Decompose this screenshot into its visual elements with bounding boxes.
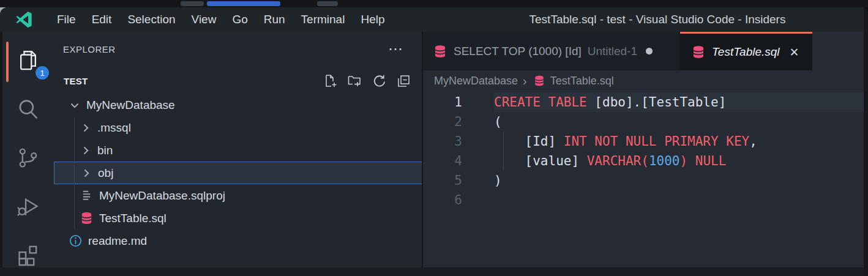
window-title: TestTable.sql - test - Visual Studio Cod… bbox=[465, 7, 850, 32]
activity-bar-search[interactable] bbox=[2, 92, 54, 127]
code-editor[interactable]: 1CREATE TABLE [dbo].[TestTable]2(3 [Id] … bbox=[423, 92, 868, 267]
unsaved-changes-dot bbox=[646, 48, 653, 54]
window-right-edge bbox=[864, 7, 868, 276]
code-token: ( bbox=[494, 114, 502, 129]
titlebar: FileEditSelectionViewGoRunTerminalHelp T… bbox=[0, 7, 868, 32]
background-window-sliver bbox=[0, 0, 868, 7]
background-window-fragment bbox=[317, 1, 338, 6]
workbench: 1 EXPLORER ⋯ TEST MyNewDatabase.mssqlbin… bbox=[0, 32, 868, 267]
code-token: ) bbox=[494, 173, 502, 188]
tree-item-mssql[interactable]: .mssql bbox=[54, 116, 422, 139]
tree-item-mynewdatabase-sqlproj[interactable]: MyNewDatabase.sqlproj bbox=[54, 184, 422, 207]
tree-item-label: obj bbox=[98, 166, 113, 180]
code-line-6[interactable]: 6 bbox=[423, 190, 868, 210]
close-tab-icon[interactable]: ✕ bbox=[790, 47, 799, 58]
line-number: 2 bbox=[423, 112, 472, 132]
code-token: ) NULL bbox=[679, 154, 726, 168]
tree-item-bin[interactable]: bin bbox=[54, 139, 422, 162]
background-window-fragment bbox=[207, 1, 280, 6]
new-file-button[interactable] bbox=[321, 72, 339, 90]
file-tree: MyNewDatabase.mssqlbinobjMyNewDatabase.s… bbox=[54, 94, 422, 252]
activity-bar-extensions[interactable] bbox=[2, 237, 54, 272]
code-line-5[interactable]: 5) bbox=[423, 171, 868, 190]
code-line-text: [Id] INT NOT NULL PRIMARY KEY, bbox=[494, 132, 757, 151]
code-token: 1000 bbox=[649, 154, 680, 168]
tree-item-readme-md[interactable]: readme.md bbox=[54, 229, 422, 252]
new-folder-icon bbox=[347, 73, 362, 88]
refresh-button[interactable] bbox=[370, 72, 388, 90]
tree-item-label: TestTable.sql bbox=[99, 212, 166, 225]
sidebar-more-actions-button[interactable]: ⋯ bbox=[388, 38, 403, 60]
menu-item-edit[interactable]: Edit bbox=[84, 7, 120, 32]
tab-title: SELECT TOP (1000) [Id] bbox=[454, 45, 582, 58]
code-line-2[interactable]: 2( bbox=[423, 112, 868, 132]
sidebar-header: EXPLORER ⋯ bbox=[54, 38, 422, 60]
line-number: 3 bbox=[423, 132, 472, 151]
menu-item-file[interactable]: File bbox=[49, 7, 84, 32]
explorer-badge: 1 bbox=[36, 66, 49, 80]
menu-item-selection[interactable]: Selection bbox=[119, 7, 183, 32]
code-token: , bbox=[749, 134, 757, 149]
code-token: VARCHAR( bbox=[579, 154, 649, 168]
info-icon bbox=[69, 234, 83, 248]
search-icon bbox=[15, 97, 41, 122]
vscode-window: FileEditSelectionViewGoRunTerminalHelp T… bbox=[0, 7, 868, 276]
code-token: [value] bbox=[494, 154, 579, 168]
activity-bar-run-debug[interactable] bbox=[2, 189, 54, 223]
code-line-text: CREATE TABLE [dbo].[TestTable] bbox=[494, 92, 868, 112]
line-number: 4 bbox=[423, 151, 472, 171]
code-token: CREATE TABLE bbox=[494, 95, 587, 110]
collapse-all-icon bbox=[396, 73, 411, 88]
breadcrumb-file[interactable]: TestTable.sql bbox=[550, 75, 614, 88]
editor-group: SELECT TOP (1000) [Id]Untitled-1TestTabl… bbox=[423, 32, 868, 267]
activity-bar-source-control[interactable] bbox=[2, 141, 54, 175]
workspace-section-header[interactable]: TEST bbox=[54, 70, 422, 92]
activity-bar: 1 bbox=[2, 32, 54, 267]
database-icon bbox=[80, 211, 94, 225]
menu-item-terminal[interactable]: Terminal bbox=[293, 7, 353, 32]
menu-item-help[interactable]: Help bbox=[353, 7, 392, 32]
code-line-1[interactable]: 1CREATE TABLE [dbo].[TestTable] bbox=[423, 92, 868, 112]
window-bottom-edge bbox=[0, 267, 868, 276]
line-number: 1 bbox=[423, 92, 472, 112]
code-line-4[interactable]: 4 [value] VARCHAR(1000) NULL bbox=[423, 151, 868, 171]
code-line-text: ( bbox=[494, 112, 502, 132]
line-number: 6 bbox=[423, 190, 472, 210]
run-debug-icon bbox=[15, 193, 41, 219]
chevron-right-icon bbox=[80, 121, 93, 135]
new-file-icon bbox=[323, 73, 337, 88]
tree-item-label: MyNewDatabase bbox=[86, 99, 175, 112]
line-number: 5 bbox=[423, 171, 472, 190]
collapse-all-button[interactable] bbox=[394, 72, 413, 90]
tree-item-obj[interactable]: obj bbox=[54, 162, 422, 184]
tab-description: Untitled-1 bbox=[588, 45, 637, 58]
editor-tab-testtable-sql[interactable]: TestTable.sql✕ bbox=[680, 32, 812, 70]
code-line-text: [value] VARCHAR(1000) NULL bbox=[494, 151, 726, 171]
extensions-icon bbox=[15, 242, 41, 267]
database-icon bbox=[691, 45, 706, 59]
new-folder-button[interactable] bbox=[345, 72, 364, 90]
tree-item-testtable-sql[interactable]: TestTable.sql bbox=[54, 207, 422, 229]
vscode-insiders-logo-icon bbox=[15, 10, 33, 29]
database-icon bbox=[533, 75, 545, 87]
code-line-3[interactable]: 3 [Id] INT NOT NULL PRIMARY KEY, bbox=[423, 132, 868, 151]
tree-item-label: bin bbox=[97, 144, 113, 157]
indent-guide bbox=[503, 151, 504, 171]
menu-item-run[interactable]: Run bbox=[256, 7, 293, 32]
activity-bar-explorer[interactable]: 1 bbox=[2, 44, 54, 78]
tab-title: TestTable.sql bbox=[712, 45, 780, 59]
explorer-sidebar: EXPLORER ⋯ TEST MyNewDatabase.mssqlbinob… bbox=[54, 32, 422, 267]
breadcrumb-folder[interactable]: MyNewDatabase bbox=[434, 75, 518, 88]
chevron-down-icon bbox=[69, 99, 82, 112]
indent-guide bbox=[503, 132, 504, 151]
tree-item-mynewdatabase[interactable]: MyNewDatabase bbox=[54, 94, 422, 116]
refresh-icon bbox=[372, 73, 386, 88]
screenshot-frame: FileEditSelectionViewGoRunTerminalHelp T… bbox=[0, 0, 868, 276]
tree-item-label: .mssql bbox=[97, 121, 131, 135]
breadcrumb-separator-icon: › bbox=[523, 74, 527, 88]
breadcrumb: MyNewDatabase › TestTable.sql bbox=[423, 70, 868, 91]
menu-item-go[interactable]: Go bbox=[224, 7, 255, 32]
menu-item-view[interactable]: View bbox=[184, 7, 225, 32]
menubar: FileEditSelectionViewGoRunTerminalHelp bbox=[49, 7, 393, 32]
editor-tab-select-top-1000-id[interactable]: SELECT TOP (1000) [Id]Untitled-1 bbox=[423, 32, 680, 70]
